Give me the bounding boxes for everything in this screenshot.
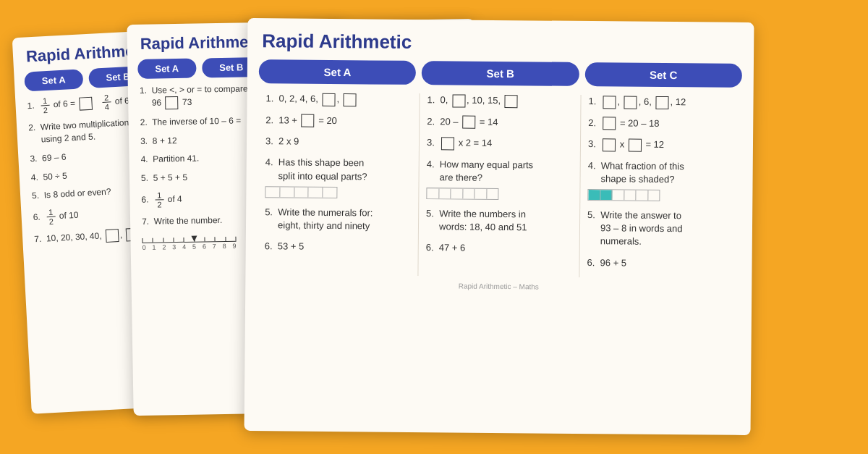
front-b-item-1: 1. 0, , 10, 15, [427,93,573,108]
front-content: 1. 0, 2, 4, 6, , 2. 13 + = 20 3. 2 x 9 4… [245,92,753,279]
front-set-a-tab: Set A [259,59,417,85]
front-b-item-3: 3. x 2 = 14 [427,136,573,151]
front-b-item-5: 5. Write the numbers in words: 18, 40 an… [426,207,572,235]
front-c-item-1: 1. , , 6, , 12 [588,95,734,109]
mid-set-a: Set A [137,59,196,79]
front-a-item-4: 4. Has this shape been split into equal … [265,156,411,198]
front-b-item-4: 4. How many equal parts are there? [426,158,572,201]
front-title: Rapid Arithmetic [247,18,754,64]
front-b-item-6: 6. 47 + 6 [426,242,572,256]
front-c-item-4: 4. What fraction of this shape is shaded… [587,159,733,202]
front-set-c-tab: Set C [584,62,742,88]
front-col-a: 1. 0, 2, 4, 6, , 2. 13 + = 20 3. 2 x 9 4… [257,92,420,276]
front-col-b: 1. 0, , 10, 15, 2. 20 – = 14 3. x 2 = 14… [418,93,581,277]
front-c-item-2: 2. = 20 – 18 [588,117,734,131]
front-b-item-2: 2. 20 – = 14 [427,115,573,130]
front-col-c: 1. , , 6, , 12 2. = 20 – 18 3. x = 12 4.… [579,95,741,279]
worksheet-front: Rapid Arithmetic Set A Set B Set C 1. 0,… [244,18,754,435]
front-sets-header: Set A Set B Set C [247,59,754,96]
front-a-item-6: 6. 53 + 5 [265,240,411,254]
front-a-item-2: 2. 13 + = 20 [265,114,412,128]
front-c-item-3: 3. x = 12 [588,138,734,152]
front-a-item-3: 3. 2 x 9 [265,135,412,149]
front-a-item-1: 1. 0, 2, 4, 6, , [265,92,412,106]
front-set-b-tab: Set B [422,61,579,86]
front-a-item-5: 5. Write the numerals for: eight, thirty… [265,206,411,233]
back-set-a: Set A [24,69,83,91]
front-c-item-6: 6. 96 + 5 [587,256,733,271]
front-c-item-5: 5. Write the answer to 93 – 8 in words a… [587,209,733,249]
